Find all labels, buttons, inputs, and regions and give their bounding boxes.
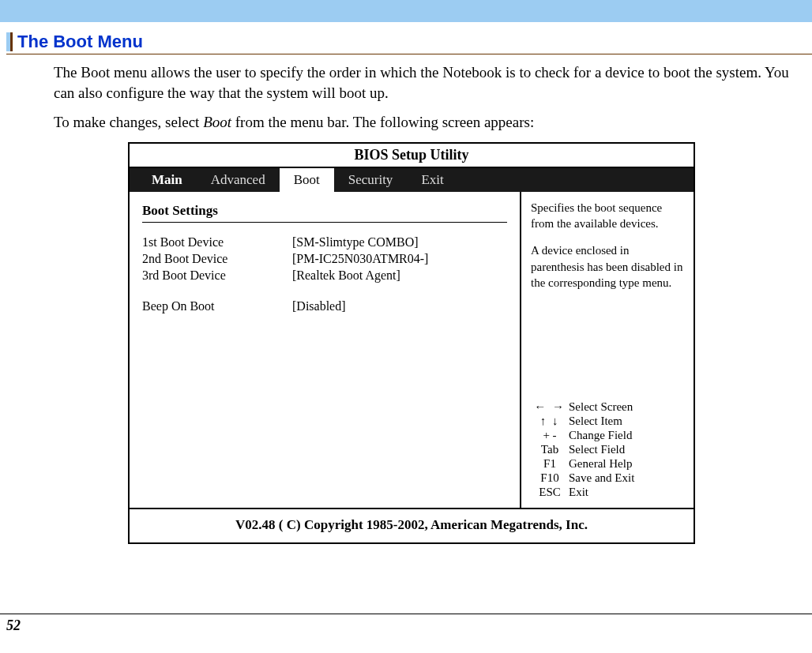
key-plus-minus: + - xyxy=(531,429,569,442)
help-text: Specifies the boot sequence from the ava… xyxy=(531,200,684,302)
key-desc: Exit xyxy=(569,486,684,499)
key-row: + - Change Field xyxy=(531,429,684,442)
key-arrows-ud-icon: ↑ ↓ xyxy=(531,415,569,428)
help-p1: Specifies the boot sequence from the ava… xyxy=(531,200,684,232)
setting-value: [SM-Slimtype COMBO] xyxy=(292,235,507,250)
p2-italic: Boot xyxy=(203,114,231,130)
key-tab: Tab xyxy=(531,443,569,456)
page-footer: 52 xyxy=(0,614,812,634)
key-row: ↑ ↓ Select Item xyxy=(531,415,684,428)
tab-boot[interactable]: Boot xyxy=(280,168,334,192)
key-desc: General Help xyxy=(569,457,684,471)
setting-value: [Disabled] xyxy=(292,299,507,313)
bios-title: BIOS Setup Utility xyxy=(130,144,694,168)
key-desc: Save and Exit xyxy=(569,471,684,485)
key-esc: ESC xyxy=(531,486,569,499)
gap xyxy=(142,285,507,299)
key-legend: ← → Select Screen ↑ ↓ Select Item + - Ch… xyxy=(531,400,684,500)
key-row: F1 General Help xyxy=(531,457,684,471)
setting-row[interactable]: 2nd Boot Device [PM-IC25N030ATMR04-] xyxy=(142,252,507,266)
body-text: The Boot menu allows the user to specify… xyxy=(6,59,812,133)
key-arrows-lr-icon: ← → xyxy=(531,400,569,414)
setting-value: [PM-IC25N030ATMR04-] xyxy=(292,252,507,266)
setting-row-beep[interactable]: Beep On Boot [Disabled] xyxy=(142,299,507,313)
help-p2: A device enclosed in parenthesis has bee… xyxy=(531,242,684,291)
key-f1: F1 xyxy=(531,457,569,471)
p2-part-b: from the menu bar. The following screen … xyxy=(231,114,534,130)
key-desc: Select Field xyxy=(569,443,684,456)
setting-value: [Realtek Boot Agent] xyxy=(292,268,507,283)
boot-settings-title: Boot Settings xyxy=(142,203,507,223)
bios-tabs: Main Advanced Boot Security Exit xyxy=(130,168,694,192)
bios-right-panel: Specifies the boot sequence from the ava… xyxy=(521,192,694,508)
key-desc: Select Item xyxy=(569,415,684,428)
paragraph-2: To make changes, select Boot from the me… xyxy=(54,112,807,133)
key-desc: Change Field xyxy=(569,429,684,442)
tab-exit[interactable]: Exit xyxy=(407,168,457,192)
section-title: The Boot Menu xyxy=(17,32,143,52)
page-number: 52 xyxy=(6,617,21,633)
setting-label: Beep On Boot xyxy=(142,299,292,313)
setting-label: 1st Boot Device xyxy=(142,235,292,250)
key-row: F10 Save and Exit xyxy=(531,471,684,485)
key-row: ← → Select Screen xyxy=(531,400,684,414)
top-bar xyxy=(0,0,812,22)
paragraph-1: The Boot menu allows the user to specify… xyxy=(54,62,807,103)
bios-screenshot: BIOS Setup Utility Main Advanced Boot Se… xyxy=(128,142,695,544)
section-heading: The Boot Menu xyxy=(6,32,812,54)
key-row: ESC Exit xyxy=(531,486,684,499)
tab-advanced[interactable]: Advanced xyxy=(197,168,280,192)
key-f10: F10 xyxy=(531,471,569,485)
setting-label: 2nd Boot Device xyxy=(142,252,292,266)
key-desc: Select Screen xyxy=(569,400,684,414)
key-row: Tab Select Field xyxy=(531,443,684,456)
p2-part-a: To make changes, select xyxy=(54,114,203,130)
bios-footer: V02.48 ( C) Copyright 1985-2002, America… xyxy=(130,508,694,542)
tab-main[interactable]: Main xyxy=(130,168,197,192)
bios-body: Boot Settings 1st Boot Device [SM-Slimty… xyxy=(130,192,694,508)
setting-row[interactable]: 1st Boot Device [SM-Slimtype COMBO] xyxy=(142,235,507,250)
tab-security[interactable]: Security xyxy=(334,168,408,192)
settings-grid: 1st Boot Device [SM-Slimtype COMBO] 2nd … xyxy=(142,235,507,313)
bios-left-panel: Boot Settings 1st Boot Device [SM-Slimty… xyxy=(130,192,521,508)
section-bar-decoration xyxy=(6,32,13,51)
setting-row[interactable]: 3rd Boot Device [Realtek Boot Agent] xyxy=(142,268,507,283)
page-content: The Boot Menu The Boot menu allows the u… xyxy=(0,22,812,544)
setting-label: 3rd Boot Device xyxy=(142,268,292,283)
